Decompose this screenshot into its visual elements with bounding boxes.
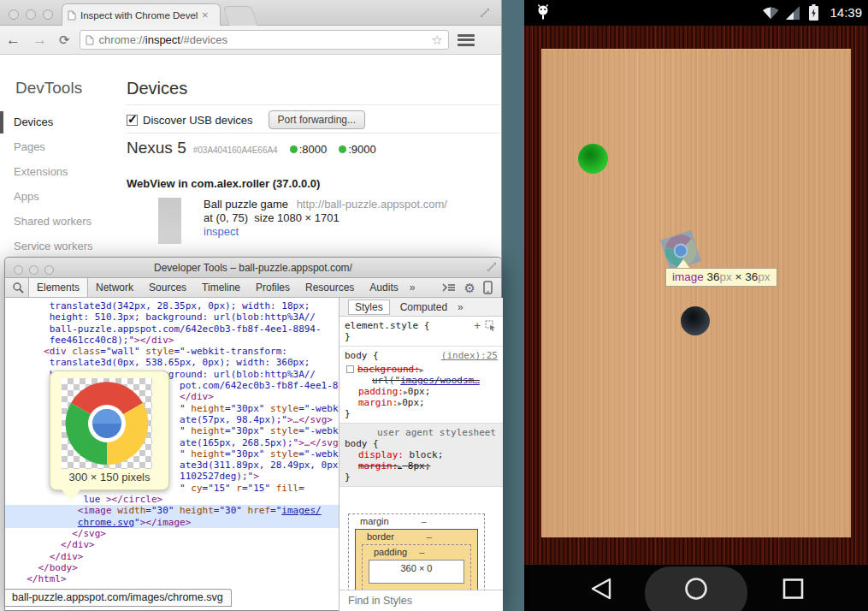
devtools-titlebar: Developer Tools – ball-puzzle.appspot.co… (5, 258, 501, 278)
chrome-logo (64, 381, 150, 466)
rule-selector: body { (345, 350, 379, 361)
sidebar-item-extensions[interactable]: Extensions (0, 161, 115, 183)
tab-styles[interactable]: Styles (348, 300, 390, 315)
device-port: :9000 (339, 143, 376, 156)
css-property-display[interactable]: display: block; (345, 449, 498, 460)
code-line[interactable]: height: 510.3px; background: url(blob:ht… (15, 311, 339, 323)
code-line[interactable]: </html> (15, 573, 339, 584)
browser-toolbar: ← → ⟳ chrome://inspect/#devices ☆ (0, 26, 501, 55)
box-model-content: 360 × 0 (369, 560, 464, 584)
console-drawer-icon[interactable] (441, 282, 457, 294)
rule-close: } (345, 472, 498, 483)
browser-titlebar: Inspect with Chrome Devel × (0, 0, 501, 26)
tab-close-icon[interactable]: × (202, 9, 209, 21)
new-tab-button[interactable] (222, 6, 257, 26)
device-serial: #03A404160A4E66A4 (193, 145, 278, 155)
property-checkbox[interactable] (346, 365, 354, 373)
code-line[interactable]: </svg> (15, 528, 339, 539)
tab-profiles[interactable]: Profiles (248, 278, 298, 297)
tab-resources[interactable]: Resources (298, 278, 362, 297)
code-line[interactable]: chrome.svg"></image> (5, 517, 339, 528)
rule-source: user agent stylesheet (345, 427, 498, 438)
search-icon[interactable] (12, 282, 25, 294)
minimize-window-button[interactable] (26, 9, 36, 20)
close-window-button[interactable] (9, 9, 19, 20)
url-scheme: chrome:// (99, 33, 145, 46)
element-style-close: } (345, 331, 498, 342)
box-model-diagram[interactable]: margin– border– padding– 360 × 0 (348, 513, 495, 590)
styles-tabs-overflow-icon[interactable]: » (458, 301, 464, 313)
sidebar-item-service-workers[interactable]: Service workers (0, 235, 115, 258)
find-in-styles-input[interactable] (348, 595, 502, 607)
webview-title: WebView in com.alex.roller (37.0.0.0) (127, 177, 320, 190)
window-resize-icon[interactable] (486, 261, 498, 273)
code-line[interactable]: translate3d(342px, 28.35px, 0px); width:… (15, 300, 339, 311)
inspect-element-icon[interactable] (485, 320, 496, 331)
inspect-link[interactable]: inspect (204, 225, 239, 238)
port-forwarding-button[interactable]: Port forwarding... (269, 110, 365, 129)
window-resize-icon[interactable] (479, 7, 491, 19)
discover-usb-checkbox[interactable]: ✓ (127, 115, 138, 126)
sidebar-item-shared-workers[interactable]: Shared workers (0, 211, 115, 233)
body-rule-section[interactable]: body { (index):25 background:▶ url("imag… (340, 347, 503, 424)
code-line[interactable]: </div> (15, 539, 339, 550)
code-line[interactable]: translate3d(0px, 538.65px, 0px); width: … (15, 357, 339, 368)
tab-timeline[interactable]: Timeline (194, 278, 248, 297)
code-line[interactable]: ball-puzzle.appspot.com/642ec0b3-fb8f-4e… (15, 323, 339, 335)
code-line[interactable]: </body> (15, 562, 339, 573)
sidebar-item-pages[interactable]: Pages (0, 136, 115, 158)
tab-computed[interactable]: Computed (397, 300, 451, 314)
box-model-border: border– padding– 360 × 0 (355, 529, 478, 590)
sidebar-item-devices[interactable]: Devices (0, 111, 115, 133)
game-board[interactable] (541, 49, 851, 537)
back-button[interactable]: ← (0, 33, 27, 47)
property-name: background: (357, 364, 420, 375)
styles-pane: Styles Computed » element.style { + } bo… (339, 298, 503, 611)
sidebar-item-apps[interactable]: Apps (0, 186, 115, 208)
rule-source-link[interactable]: (index):25 (441, 350, 498, 361)
code-line[interactable]: </div> (15, 551, 339, 562)
device-mode-icon[interactable] (483, 281, 493, 294)
tab-sources[interactable]: Sources (141, 278, 194, 297)
zoom-window-button[interactable] (43, 9, 53, 20)
code-line[interactable]: <image width="30" height="30" href="imag… (5, 505, 339, 516)
dark-ball[interactable] (681, 306, 710, 335)
expand-arrow-icon[interactable]: ▶ (420, 366, 424, 374)
property-value: 0px; (408, 386, 431, 397)
devtools-tabbar: Elements Network Sources Timeline Profil… (5, 278, 501, 298)
reload-button[interactable]: ⟳ (53, 33, 76, 46)
tabs-overflow-icon[interactable]: » (406, 278, 419, 297)
green-ball[interactable] (578, 144, 608, 174)
user-agent-rule-section[interactable]: user agent stylesheet body { display: bl… (340, 424, 503, 487)
tab-audits[interactable]: Audits (362, 278, 405, 297)
android-nav-bar (524, 565, 868, 611)
page-icon (86, 35, 94, 45)
back-button-icon[interactable] (593, 579, 610, 598)
border-label: border (367, 531, 394, 542)
url-host: inspect (145, 33, 180, 46)
browser-tab[interactable]: Inspect with Chrome Devel × (62, 3, 221, 26)
css-property-background[interactable]: background:▶ (345, 364, 498, 375)
tab-elements[interactable]: Elements (28, 278, 88, 297)
checkmark-icon: ✓ (127, 112, 138, 126)
address-bar[interactable]: chrome://inspect/#devices ☆ (80, 30, 449, 50)
url-path: /#devices (180, 33, 227, 46)
gear-icon[interactable]: ⚙ (464, 282, 475, 294)
css-property-margin[interactable]: margin:▶0px; (345, 397, 498, 408)
tooltip-pointer (62, 489, 80, 501)
device-port: :8000 (290, 143, 328, 156)
home-button-icon[interactable] (687, 579, 706, 599)
chrome-menu-icon[interactable] (458, 32, 475, 48)
code-line[interactable]: <div class="wall" style="-webkit-transfo… (15, 346, 339, 357)
bookmark-star-icon[interactable]: ☆ (431, 33, 442, 48)
code-line[interactable]: fee461cc40c8);"></div> (15, 335, 339, 346)
css-property-margin-overridden[interactable]: margin:▶ 8px; (345, 460, 498, 472)
tab-network[interactable]: Network (88, 278, 141, 297)
recents-button-icon[interactable] (784, 580, 802, 598)
css-property-padding[interactable]: padding:▶0px; (345, 386, 498, 397)
new-style-rule-icon[interactable]: + (474, 319, 481, 332)
tooltip-width: 36 (707, 270, 720, 283)
property-value: 0px; (402, 397, 425, 408)
forward-button[interactable]: → (27, 33, 53, 47)
element-style-section[interactable]: element.style { + } (340, 317, 503, 347)
